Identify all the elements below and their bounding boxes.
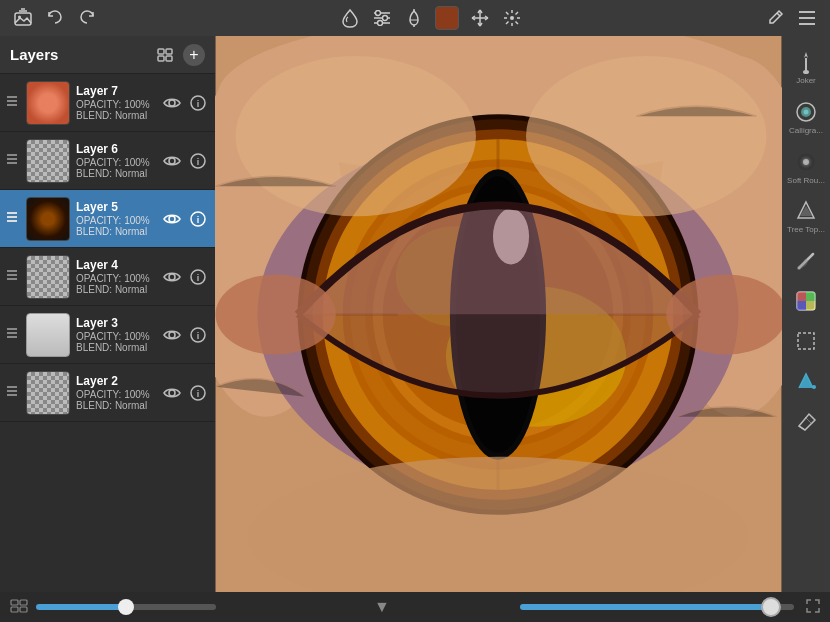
pencil-edit-icon[interactable]: [764, 7, 786, 29]
hamburger-menu-icon[interactable]: [796, 7, 818, 29]
tool-select[interactable]: [784, 323, 828, 359]
layers-panel: Layers +: [0, 36, 215, 592]
layer-name: Layer 6: [76, 142, 155, 156]
layer-opacity: OPACITY: 100%: [76, 389, 155, 400]
svg-text:i: i: [197, 157, 200, 167]
tool-fill[interactable]: [784, 363, 828, 399]
svg-rect-79: [7, 332, 17, 334]
layer-name: Layer 2: [76, 374, 155, 388]
top-toolbar: [0, 0, 830, 36]
layer-item-active[interactable]: Layer 5 OPACITY: 100% BLEND: Normal i: [0, 190, 215, 248]
tool-color-pick[interactable]: [784, 283, 828, 319]
layer-info-icon[interactable]: i: [187, 208, 209, 230]
svg-point-5: [376, 11, 381, 16]
svg-rect-53: [166, 56, 172, 61]
tool-treetop[interactable]: Tree Top...: [784, 193, 828, 239]
brush-size-slider[interactable]: [36, 604, 216, 610]
tool-smudge[interactable]: [784, 243, 828, 279]
undo-icon[interactable]: [44, 7, 66, 29]
tool-erase[interactable]: [784, 403, 828, 439]
svg-point-57: [169, 100, 175, 106]
layer-item[interactable]: Layer 7 OPACITY: 100% BLEND: Normal i: [0, 74, 215, 132]
layer-visibility-icon[interactable]: [161, 150, 183, 172]
tool-joker[interactable]: Joker: [784, 44, 828, 90]
layer-blend: BLEND: Normal: [76, 226, 155, 237]
layer-visibility-icon[interactable]: [161, 266, 183, 288]
toolbar-left: [12, 7, 98, 29]
layer-opacity: OPACITY: 100%: [76, 157, 155, 168]
layer-name: Layer 3: [76, 316, 155, 330]
gallery-icon[interactable]: [12, 7, 34, 29]
svg-line-15: [506, 12, 509, 15]
layer-visibility-icon[interactable]: [161, 208, 183, 230]
bottom-bar: ▼: [0, 592, 830, 622]
svg-point-96: [803, 159, 809, 165]
svg-rect-55: [7, 100, 17, 102]
layers-small-icon[interactable]: [10, 599, 28, 616]
layer-actions: i: [161, 208, 209, 230]
svg-point-47: [236, 56, 476, 216]
tool-joker-label: Joker: [796, 77, 816, 86]
down-arrow-icon[interactable]: ▼: [374, 598, 390, 616]
opacity-slider[interactable]: [520, 604, 794, 610]
svg-text:i: i: [197, 273, 200, 283]
layer-visibility-icon[interactable]: [161, 382, 183, 404]
move-icon[interactable]: [469, 7, 491, 29]
layer-info: Layer 6 OPACITY: 100% BLEND: Normal: [76, 142, 155, 179]
layer-visibility-icon[interactable]: [161, 324, 183, 346]
full-screen-icon[interactable]: [806, 599, 820, 616]
pen-icon[interactable]: [403, 7, 425, 29]
add-layer-button[interactable]: +: [183, 44, 205, 66]
svg-point-46: [666, 274, 782, 354]
svg-rect-111: [20, 607, 27, 612]
toolbar-right: [764, 7, 818, 29]
water-drop-icon[interactable]: [339, 7, 361, 29]
svg-rect-100: [797, 292, 806, 301]
toolbar-center: [339, 6, 523, 30]
svg-rect-102: [797, 301, 806, 310]
layer-info-icon[interactable]: i: [187, 266, 209, 288]
layer-thumbnail: [26, 139, 70, 183]
layers-list: Layer 7 OPACITY: 100% BLEND: Normal i: [0, 74, 215, 592]
svg-rect-66: [7, 212, 17, 214]
svg-rect-61: [7, 158, 17, 160]
sliders-icon[interactable]: [371, 7, 393, 29]
layer-info-icon[interactable]: i: [187, 92, 209, 114]
drag-handle-icon: [6, 210, 20, 227]
layer-info-icon[interactable]: i: [187, 382, 209, 404]
drag-handle-icon: [6, 268, 20, 285]
brush-soft-icon: [792, 148, 820, 176]
layer-opacity: OPACITY: 100%: [76, 99, 155, 110]
layer-item[interactable]: Layer 2 OPACITY: 100% BLEND: Normal i: [0, 364, 215, 422]
layer-blend: BLEND: Normal: [76, 400, 155, 411]
layer-item[interactable]: Layer 3 OPACITY: 100% BLEND: Normal i: [0, 306, 215, 364]
brush-calligra-icon: [792, 98, 820, 126]
layer-info-icon[interactable]: i: [187, 324, 209, 346]
svg-point-7: [378, 21, 383, 26]
layer-item[interactable]: Layer 4 OPACITY: 100% BLEND: Normal i: [0, 248, 215, 306]
layer-opacity: OPACITY: 100%: [76, 273, 155, 284]
layer-visibility-icon[interactable]: [161, 92, 183, 114]
svg-rect-62: [7, 162, 17, 164]
layer-thumbnail: [26, 313, 70, 357]
tool-calligra[interactable]: Calligra...: [784, 94, 828, 140]
magic-wand-icon[interactable]: [501, 7, 523, 29]
layers-header: Layers +: [0, 36, 215, 74]
svg-rect-104: [798, 333, 814, 349]
color-swatch[interactable]: [435, 6, 459, 30]
svg-rect-84: [7, 386, 17, 388]
redo-icon[interactable]: [76, 7, 98, 29]
layer-info-icon[interactable]: i: [187, 150, 209, 172]
svg-rect-56: [7, 104, 17, 106]
svg-point-94: [804, 109, 809, 114]
layer-blend: BLEND: Normal: [76, 110, 155, 121]
layers-sort-icon[interactable]: [155, 45, 175, 65]
svg-point-45: [215, 274, 335, 354]
layer-thumbnail: [26, 371, 70, 415]
layer-item[interactable]: Layer 6 OPACITY: 100% BLEND: Normal i: [0, 132, 215, 190]
canvas-area[interactable]: [215, 36, 782, 592]
tool-softrou[interactable]: Soft Rou...: [784, 144, 828, 190]
svg-rect-72: [7, 270, 17, 272]
layer-info: Layer 4 OPACITY: 100% BLEND: Normal: [76, 258, 155, 295]
svg-rect-73: [7, 274, 17, 276]
